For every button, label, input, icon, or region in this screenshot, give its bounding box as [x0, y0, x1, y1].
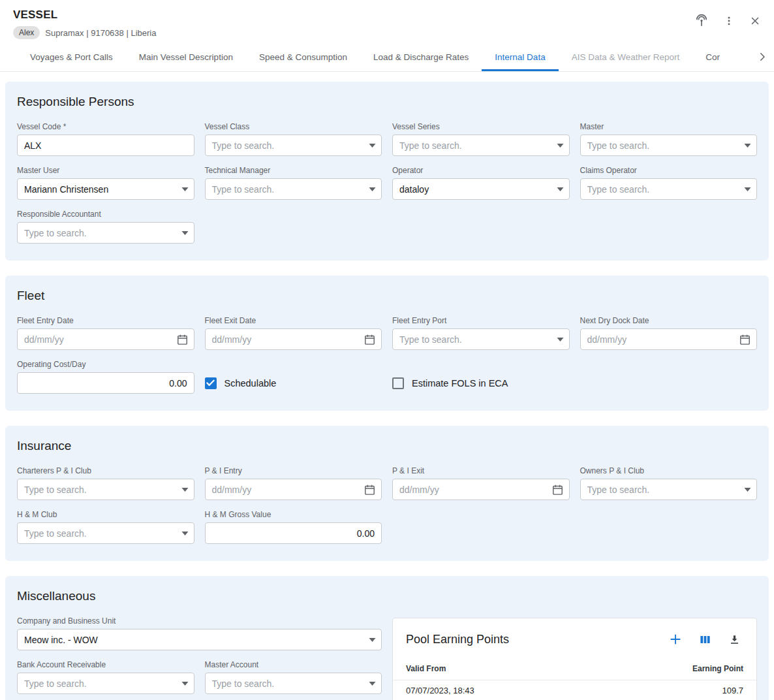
technical-manager-combobox[interactable]: [205, 178, 382, 200]
tab-main-vessel-description[interactable]: Main Vessel Description: [126, 43, 246, 71]
h-and-m-club-combobox[interactable]: [17, 522, 194, 544]
section-responsible-persons: Responsible Persons Vessel Code * Vessel…: [5, 82, 769, 261]
master-user-label: Master User: [17, 166, 194, 175]
responsible-accountant-combobox[interactable]: [17, 222, 194, 244]
field-master: Master: [580, 122, 758, 156]
tab-internal-data[interactable]: Internal Data: [482, 43, 558, 71]
h-and-m-gross-value-input[interactable]: [205, 522, 382, 544]
vessel-internal-data-content: Responsible Persons Vessel Code * Vessel…: [0, 72, 774, 700]
dropdown-caret-icon[interactable]: [369, 187, 376, 191]
operating-cost-day-label: Operating Cost/Day: [17, 360, 194, 369]
vessel-code-input[interactable]: [17, 135, 194, 156]
tab-cor[interactable]: Cor: [692, 43, 733, 71]
field-fleet-exit-date: Fleet Exit Date: [205, 316, 382, 350]
dropdown-caret-icon[interactable]: [557, 187, 564, 191]
earning-point-cell: 109.7: [722, 686, 743, 695]
close-button[interactable]: [747, 12, 764, 29]
schedulable-checkbox[interactable]: Schedulable: [205, 372, 382, 394]
columns-view-button[interactable]: [696, 631, 714, 648]
valid-from-cell: 07/07/2023, 18:43: [406, 686, 474, 695]
vessel-series-label: Vessel Series: [392, 122, 570, 131]
operating-cost-day-input[interactable]: [17, 372, 194, 394]
dropdown-caret-icon[interactable]: [744, 187, 751, 191]
bank-account-receivable-combobox[interactable]: [17, 673, 194, 694]
plus-icon: [669, 633, 682, 646]
next-dry-dock-date-input[interactable]: [580, 328, 758, 350]
column-header-earning-point: Earning Point: [692, 664, 743, 673]
download-button[interactable]: [726, 631, 743, 648]
tab-load-discharge-rates[interactable]: Load & Discharge Rates: [360, 43, 482, 71]
miscellaneous-grid: Company and Business Unit Bank Account R…: [17, 616, 757, 700]
fleet-entry-port-label: Fleet Entry Port: [392, 316, 570, 325]
window-header: VESSEL Alex Supramax | 9170638 | Liberia: [0, 0, 774, 43]
fleet-grid: Fleet Entry Date Fleet Exit Date Fleet E…: [17, 316, 757, 394]
section-fleet: Fleet Fleet Entry Date Fleet Exit Date F…: [5, 276, 769, 411]
title-block: VESSEL Alex Supramax | 9170638 | Liberia: [13, 8, 156, 39]
vessel-series-combobox[interactable]: [392, 135, 570, 156]
kebab-menu-icon: [723, 15, 735, 27]
dropdown-caret-icon[interactable]: [181, 681, 189, 686]
dropdown-caret-icon[interactable]: [557, 143, 564, 148]
calendar-icon[interactable]: [551, 483, 564, 496]
claims-operator-combobox[interactable]: [580, 178, 758, 200]
estimate-fols-in-eca-checkbox[interactable]: Estimate FOLS in ECA: [392, 372, 570, 394]
master-account-combobox[interactable]: [205, 673, 382, 694]
vessel-subtitle: Supramax | 9170638 | Liberia: [45, 28, 156, 38]
section-title-fleet: Fleet: [17, 289, 757, 303]
tab-bar: Voyages & Port Calls Main Vessel Descrip…: [0, 43, 774, 72]
dropdown-caret-icon[interactable]: [181, 187, 189, 191]
fleet-exit-date-input[interactable]: [205, 328, 382, 350]
field-p-and-i-exit: P & I Exit: [392, 466, 570, 500]
vessel-code-chip: Alex: [13, 26, 40, 39]
fleet-exit-date-label: Fleet Exit Date: [205, 316, 382, 325]
p-and-i-entry-date-input[interactable]: [205, 479, 382, 500]
pool-table-row[interactable]: 07/07/2023, 18:43 109.7: [393, 680, 756, 700]
dropdown-caret-icon[interactable]: [744, 487, 751, 492]
charterers-p-and-i-club-combobox[interactable]: [17, 479, 194, 500]
field-fleet-entry-port: Fleet Entry Port: [392, 316, 570, 350]
h-and-m-gross-value-label: H & M Gross Value: [205, 510, 382, 519]
field-responsible-accountant: Responsible Accountant: [17, 210, 194, 244]
tab-speed-consumption[interactable]: Speed & Consumption: [246, 43, 360, 71]
field-charterers-p-and-i-club: Charterers P & I Club: [17, 466, 194, 500]
dropdown-caret-icon[interactable]: [181, 531, 189, 535]
owners-p-and-i-club-combobox[interactable]: [580, 479, 758, 500]
calendar-icon[interactable]: [739, 333, 751, 345]
owners-p-and-i-club-label: Owners P & I Club: [580, 466, 758, 475]
dropdown-caret-icon[interactable]: [744, 143, 751, 148]
section-insurance: Insurance Charterers P & I Club P & I En…: [5, 426, 769, 561]
add-earning-point-button[interactable]: [666, 630, 685, 648]
insurance-grid: Charterers P & I Club P & I Entry P & I …: [17, 466, 757, 544]
dropdown-caret-icon[interactable]: [181, 487, 189, 492]
broadcast-button[interactable]: [692, 11, 711, 31]
tabs-scroll-right-button[interactable]: [751, 43, 774, 71]
calendar-icon[interactable]: [176, 333, 189, 345]
field-fleet-entry-date: Fleet Entry Date: [17, 316, 194, 350]
antenna-icon: [694, 14, 709, 28]
dropdown-caret-icon[interactable]: [181, 231, 189, 235]
master-user-combobox[interactable]: [17, 178, 194, 200]
window-actions: [692, 11, 764, 31]
dropdown-caret-icon[interactable]: [369, 637, 376, 642]
dropdown-caret-icon[interactable]: [369, 143, 376, 148]
tab-ais-data-weather-report[interactable]: AIS Data & Weather Report: [559, 43, 693, 71]
company-and-business-unit-combobox[interactable]: [17, 629, 382, 650]
tab-voyages-port-calls[interactable]: Voyages & Port Calls: [17, 43, 126, 71]
dropdown-caret-icon[interactable]: [557, 337, 564, 342]
master-combobox[interactable]: [580, 135, 758, 156]
charterers-p-and-i-club-label: Charterers P & I Club: [17, 466, 194, 475]
kebab-menu-button[interactable]: [720, 12, 737, 29]
fleet-entry-date-input[interactable]: [17, 328, 194, 350]
field-technical-manager: Technical Manager: [205, 166, 382, 200]
calendar-icon[interactable]: [364, 333, 376, 345]
fleet-entry-port-combobox[interactable]: [392, 328, 570, 350]
pool-earning-points-card: Pool Earning Points: [392, 618, 757, 700]
operator-combobox[interactable]: [392, 178, 570, 200]
vessel-subtitle-row: Alex Supramax | 9170638 | Liberia: [13, 26, 156, 39]
calendar-icon[interactable]: [364, 483, 376, 496]
p-and-i-exit-label: P & I Exit: [392, 466, 570, 475]
dropdown-caret-icon[interactable]: [369, 681, 376, 686]
field-next-dry-dock-date: Next Dry Dock Date: [580, 316, 758, 350]
p-and-i-exit-date-input[interactable]: [392, 479, 570, 500]
vessel-class-combobox[interactable]: [205, 135, 382, 156]
